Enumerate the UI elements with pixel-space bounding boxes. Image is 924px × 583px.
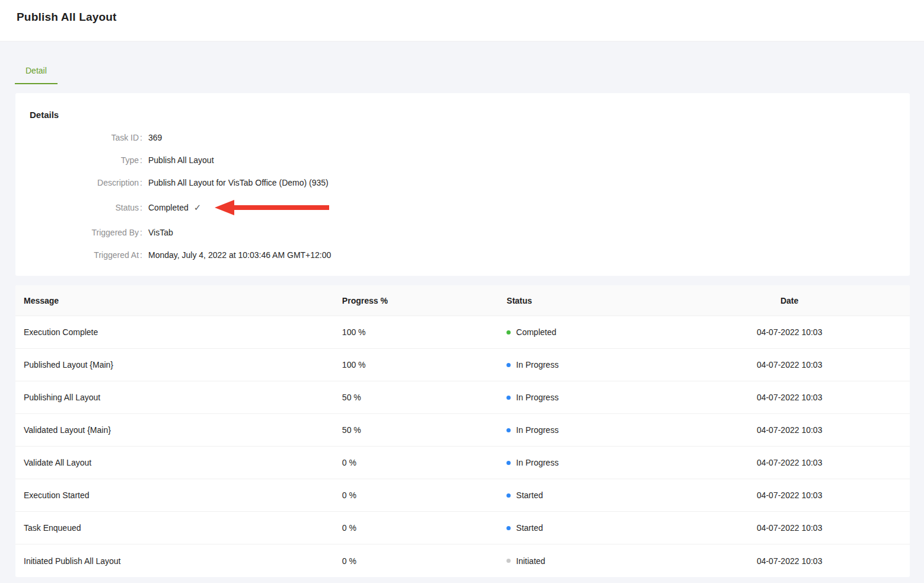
detail-field-value: Publish All Layout (148, 155, 214, 165)
label-text: Status (115, 203, 139, 212)
date-cell: 04-07-2022 10:03 (669, 327, 910, 337)
detail-field-type: Type: Publish All Layout (30, 154, 896, 166)
message-cell: Publishing All Layout (15, 393, 334, 402)
label-colon: : (140, 203, 142, 212)
message-cell: Initiated Publish All Layout (15, 556, 334, 566)
details-list: Task ID: 369 Type: Publish All Layout De… (30, 132, 896, 261)
status-label: In Progress (516, 425, 559, 435)
status-value: Completed (148, 203, 189, 212)
table-row: Task Enqueued 0 % Started 04-07-2022 10:… (15, 512, 910, 544)
detail-field-value: Monday, July 4, 2022 at 10:03:46 AM GMT+… (148, 250, 331, 260)
status-label: In Progress (516, 360, 559, 369)
detail-field-label: Triggered At: (30, 250, 142, 260)
detail-field-label: Triggered By: (30, 228, 142, 237)
label-colon: : (140, 228, 142, 237)
status-cell: Started (498, 490, 669, 500)
label-text: Description (97, 178, 139, 187)
detail-field-value: 369 (148, 133, 162, 142)
status-dot-icon (506, 396, 511, 400)
page-header: Publish All Layout (0, 0, 924, 42)
progress-cell: 0 % (334, 556, 498, 566)
progress-cell: 0 % (334, 490, 498, 500)
table-row: Validated Layout {Main} 50 % In Progress… (15, 414, 910, 447)
table-row: Execution Complete 100 % Completed 04-07… (15, 316, 910, 349)
date-cell: 04-07-2022 10:03 (669, 360, 910, 369)
label-colon: : (140, 133, 142, 142)
page-title: Publish All Layout (17, 11, 924, 24)
progress-cell: 100 % (334, 360, 498, 369)
message-cell: Task Enqueued (15, 523, 334, 533)
tab-bar: Detail (0, 42, 924, 84)
date-cell: 04-07-2022 10:03 (669, 425, 910, 435)
message-cell: Validate All Layout (15, 458, 334, 467)
progress-cell: 50 % (334, 393, 498, 402)
status-cell: Initiated (498, 556, 669, 566)
table-row: Initiated Publish All Layout 0 % Initiat… (15, 544, 910, 577)
date-cell: 04-07-2022 10:03 (669, 556, 910, 566)
progress-cell: 0 % (334, 458, 498, 467)
status-label: In Progress (516, 393, 559, 402)
detail-field-label: Status: (30, 203, 142, 212)
status-dot-icon (506, 559, 511, 563)
detail-field-label: Type: (30, 155, 142, 165)
checkmark-icon: ✓ (194, 202, 202, 213)
status-label: Completed (516, 327, 556, 337)
status-cell: In Progress (498, 425, 669, 435)
status-dot-icon (506, 493, 511, 498)
date-cell: 04-07-2022 10:03 (669, 458, 910, 467)
details-card-title: Details (30, 110, 896, 120)
detail-field-triggered-by: Triggered By: VisTab (30, 227, 896, 238)
message-cell: Execution Started (15, 490, 334, 500)
label-colon: : (140, 155, 142, 165)
column-header-message: Message (15, 296, 334, 305)
label-text: Type (121, 155, 139, 165)
progress-cell: 100 % (334, 327, 498, 337)
tab-detail[interactable]: Detail (15, 66, 58, 84)
label-colon: : (140, 178, 142, 187)
label-text: Task ID (111, 133, 139, 142)
status-dot-icon (506, 363, 511, 367)
progress-cell: 0 % (334, 523, 498, 533)
table-row: Published Layout {Main} 100 % In Progres… (15, 349, 910, 381)
detail-field-task-id: Task ID: 369 (30, 132, 896, 144)
status-cell: In Progress (498, 360, 669, 369)
detail-field-description: Description: Publish All Layout for VisT… (30, 177, 896, 189)
detail-field-value: VisTab (148, 228, 173, 237)
message-cell: Published Layout {Main} (15, 360, 334, 369)
status-dot-icon (506, 526, 511, 530)
status-dot-icon (506, 461, 511, 465)
table-row: Execution Started 0 % Started 04-07-2022… (15, 479, 910, 512)
detail-field-triggered-at: Triggered At: Monday, July 4, 2022 at 10… (30, 249, 896, 261)
date-cell: 04-07-2022 10:03 (669, 393, 910, 402)
status-dot-icon (506, 330, 511, 334)
date-cell: 04-07-2022 10:03 (669, 523, 910, 533)
column-header-date: Date (669, 296, 910, 305)
status-cell: Started (498, 523, 669, 533)
progress-cell: 50 % (334, 425, 498, 435)
progress-table: Message Progress % Status Date Execution… (15, 285, 910, 577)
label-text: Triggered At (94, 250, 139, 260)
table-row: Publishing All Layout 50 % In Progress 0… (15, 381, 910, 414)
status-dot-icon (506, 428, 511, 432)
red-arrow-annotation-icon (215, 199, 329, 216)
date-cell: 04-07-2022 10:03 (669, 490, 910, 500)
status-cell: In Progress (498, 393, 669, 402)
table-row: Validate All Layout 0 % In Progress 04-0… (15, 447, 910, 479)
status-cell: Completed (498, 327, 669, 337)
table-header-row: Message Progress % Status Date (15, 285, 910, 316)
message-cell: Execution Complete (15, 327, 334, 337)
column-header-status: Status (498, 296, 669, 305)
status-label: Started (516, 523, 543, 533)
details-card: Details Task ID: 369 Type: Publish All L… (15, 93, 910, 276)
status-label: In Progress (516, 458, 559, 467)
status-cell: In Progress (498, 458, 669, 467)
status-label: Initiated (516, 556, 545, 566)
label-colon: : (140, 250, 142, 260)
detail-field-status: Status: Completed ✓ (30, 199, 896, 216)
label-text: Triggered By (91, 228, 139, 237)
detail-field-label: Task ID: (30, 133, 142, 142)
message-cell: Validated Layout {Main} (15, 425, 334, 435)
detail-field-value: Publish All Layout for VisTab Office (De… (148, 178, 329, 187)
column-header-progress: Progress % (334, 296, 498, 305)
status-label: Started (516, 490, 543, 500)
